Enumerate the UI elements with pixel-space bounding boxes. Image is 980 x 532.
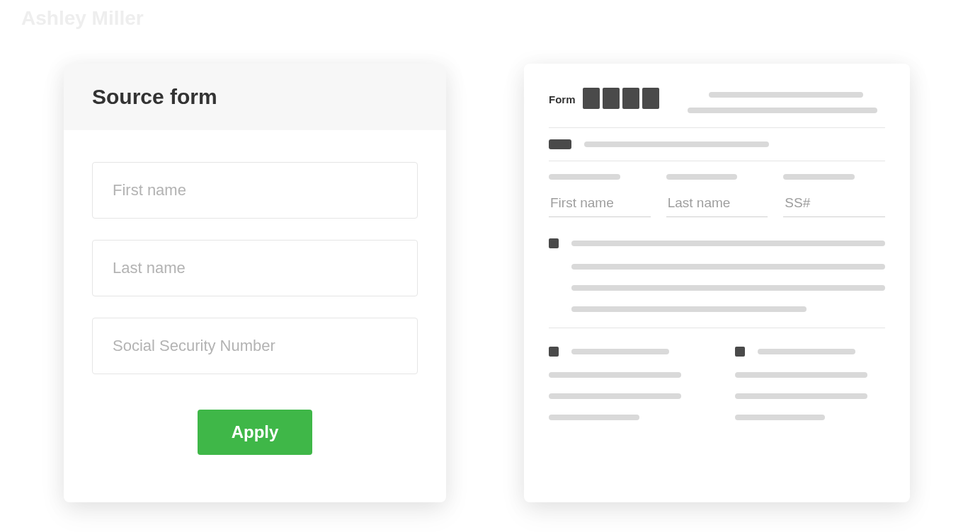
skeleton-line [735, 393, 867, 399]
form-number-block [603, 88, 620, 109]
document-column-left [549, 347, 700, 420]
skeleton-line [571, 306, 807, 312]
source-form-body: Apply [64, 130, 446, 483]
doc-ssn-input[interactable] [783, 192, 885, 217]
form-number-block [642, 88, 659, 109]
skeleton-field-label [783, 174, 855, 180]
form-number-blocks [583, 85, 659, 109]
document-form-label: Form [549, 85, 576, 105]
skeleton-line [584, 141, 769, 147]
source-form-card: Source form Apply [64, 64, 446, 502]
document-columns [549, 328, 885, 420]
doc-last-name-input[interactable] [666, 192, 768, 217]
doc-first-name-input[interactable] [549, 192, 651, 217]
form-number-block [583, 88, 600, 109]
last-name-input[interactable] [92, 240, 418, 296]
doc-last-name-field [666, 174, 768, 217]
skeleton-line [571, 264, 885, 270]
skeleton-line [571, 349, 669, 354]
source-form-header: Source form [64, 64, 446, 130]
document-paragraph [549, 217, 885, 328]
skeleton-line [571, 285, 885, 291]
ssn-input[interactable] [92, 318, 418, 374]
doc-ssn-field [783, 174, 885, 217]
skeleton-line [709, 92, 863, 98]
skeleton-line [688, 108, 877, 113]
bullet-icon [549, 347, 559, 357]
source-form-title: Source form [92, 85, 418, 109]
bullet-icon [549, 238, 559, 248]
background-ghost-name: Ashley Miller [21, 7, 144, 30]
document-fields-row [549, 161, 885, 217]
document-preview-card: Form [524, 64, 910, 502]
bullet-icon [735, 347, 745, 357]
apply-button[interactable]: Apply [198, 410, 313, 455]
document-header-lines [688, 85, 886, 113]
form-number-block [622, 88, 639, 109]
skeleton-line [571, 241, 885, 246]
skeleton-field-label [666, 174, 738, 180]
document-header: Form [549, 85, 885, 128]
skeleton-line [735, 372, 867, 378]
first-name-input[interactable] [92, 162, 418, 219]
skeleton-line [549, 372, 681, 378]
document-section-row [549, 128, 885, 161]
skeleton-field-label [549, 174, 620, 180]
skeleton-line [549, 393, 681, 399]
section-badge-icon [549, 139, 571, 149]
doc-first-name-field [549, 174, 651, 217]
skeleton-line [549, 415, 639, 420]
layout-container: Source form Apply Form [0, 0, 980, 502]
skeleton-line [758, 349, 855, 354]
document-column-right [735, 347, 886, 420]
skeleton-line [735, 415, 826, 420]
